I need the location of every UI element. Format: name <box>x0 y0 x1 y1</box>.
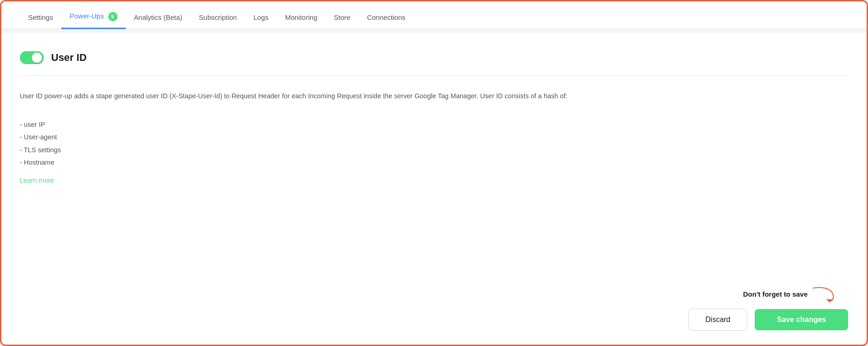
reminder-text: Don't forget to save <box>743 290 808 298</box>
main-content: User ID User ID power-up adds a stape ge… <box>1 33 867 345</box>
tab-power-ups[interactable]: Power-Ups 5 <box>61 5 125 29</box>
discard-button[interactable]: Discard <box>688 309 747 331</box>
save-changes-button[interactable]: Save changes <box>755 309 848 330</box>
learn-more-link[interactable]: Learn more <box>20 177 848 184</box>
description-text: User ID power-up adds a stape generated … <box>20 90 848 102</box>
section-divider-bar <box>1 29 867 33</box>
power-ups-badge: 5 <box>108 12 117 21</box>
main-container: Settings Power-Ups 5 Analytics (Beta) Su… <box>0 0 868 346</box>
curved-arrow-icon <box>811 285 839 303</box>
toggle-slider <box>20 51 44 64</box>
footer-area: Don't forget to save Discard Save change… <box>20 275 848 345</box>
tab-monitoring[interactable]: Monitoring <box>277 6 326 29</box>
tab-settings[interactable]: Settings <box>20 6 61 29</box>
reminder-row: Don't forget to save <box>20 285 848 303</box>
tab-subscription[interactable]: Subscription <box>191 6 246 29</box>
horizontal-divider <box>20 75 848 76</box>
action-buttons: Discard Save changes <box>20 309 848 331</box>
user-id-toggle-row: User ID <box>20 51 848 64</box>
user-id-toggle[interactable] <box>20 51 44 64</box>
tab-logs[interactable]: Logs <box>245 6 277 29</box>
tab-connections[interactable]: Connections <box>359 6 414 29</box>
tab-bar: Settings Power-Ups 5 Analytics (Beta) Su… <box>1 1 867 29</box>
bullet-item: - TLS settings <box>20 144 848 157</box>
bullet-item: - user IP <box>20 119 848 131</box>
bullet-item: - User-agent <box>20 131 848 144</box>
section-title: User ID <box>51 52 87 64</box>
tab-store[interactable]: Store <box>326 6 359 29</box>
bullet-item: - Hostname <box>20 156 848 169</box>
bullet-list: - user IP - User-agent - TLS settings - … <box>20 119 848 169</box>
tab-analytics[interactable]: Analytics (Beta) <box>126 6 191 29</box>
